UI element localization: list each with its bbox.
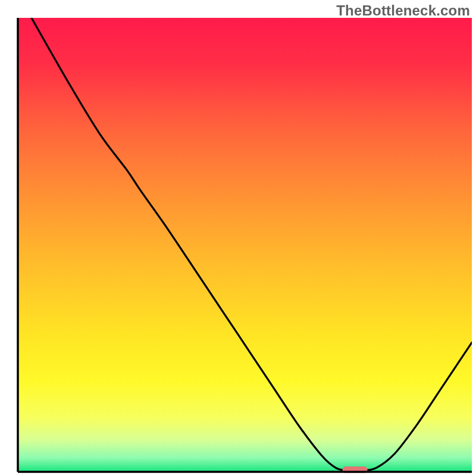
gradient-background bbox=[18, 18, 472, 472]
chart-svg bbox=[0, 0, 476, 476]
chart-container: TheBottleneck.com bbox=[0, 0, 476, 476]
watermark-text: TheBottleneck.com bbox=[336, 2, 470, 19]
